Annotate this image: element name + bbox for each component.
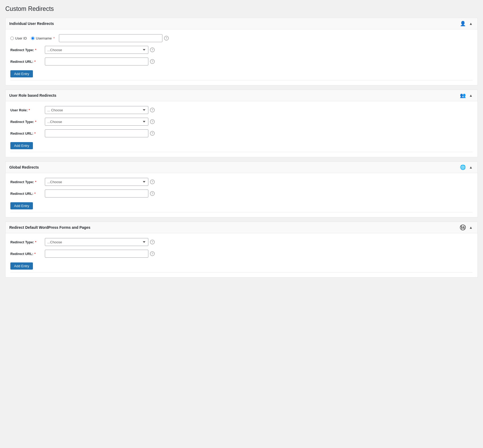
user-role-label: User Role: *: [10, 108, 45, 112]
panel-collapse-button-1[interactable]: ▲: [468, 21, 474, 26]
individual-user-panel: Individual User Redirects 👤 ▲ User ID Us…: [5, 18, 478, 85]
username-required-marker: *: [53, 36, 55, 40]
redirect-type-required-1: *: [35, 48, 36, 52]
user-role-panel: User Role based Redirects 👥 ▲ User Role:…: [5, 90, 478, 157]
redirect-url-label-4: Redirect URL: *: [10, 252, 45, 256]
panel-divider-3: [10, 212, 473, 212]
wp-forms-panel-title: Redirect Default WordPress Forms and Pag…: [9, 225, 90, 230]
user-id-radio-label[interactable]: User ID: [10, 36, 27, 40]
redirect-url-control-2: ?: [45, 129, 155, 137]
redirect-url-input-3[interactable]: [45, 190, 148, 197]
redirect-type-label-3: Redirect Type: *: [10, 180, 45, 184]
username-radio-label[interactable]: Username *: [31, 36, 55, 40]
redirect-type-select-2[interactable]: ...Choose: [45, 118, 148, 126]
panel-header-right-3: 🌐 ▲: [460, 164, 474, 170]
redirect-type-label-1: Redirect Type: *: [10, 48, 45, 52]
redirect-url-label-1: Redirect URL: *: [10, 60, 45, 64]
person-icon: 👤: [460, 21, 466, 27]
redirect-url-row-3: Redirect URL: * ?: [10, 190, 473, 197]
individual-user-panel-body: User ID Username * ? Redirect Type: * ..…: [6, 29, 477, 85]
panel-header-right-2: 👥 ▲: [460, 93, 474, 98]
redirect-type-required-3: *: [35, 180, 36, 184]
group-icon: 👥: [460, 93, 466, 98]
redirect-type-help-icon-4[interactable]: ?: [150, 240, 155, 244]
redirect-url-control-3: ?: [45, 190, 155, 197]
user-role-required: *: [29, 108, 30, 112]
username-input[interactable]: [59, 34, 162, 42]
username-input-wrap: ?: [59, 34, 169, 42]
redirect-type-control-4: ...Choose ?: [45, 238, 155, 246]
redirect-type-control-1: ...Choose ?: [45, 46, 155, 54]
redirect-url-input-4[interactable]: [45, 250, 148, 258]
panel-collapse-button-2[interactable]: ▲: [468, 93, 474, 98]
global-redirects-panel: Global Redirects 🌐 ▲ Redirect Type: * ..…: [5, 161, 478, 217]
user-identifier-radio-group: User ID Username * ?: [10, 34, 473, 42]
wp-forms-panel-header: Redirect Default WordPress Forms and Pag…: [6, 222, 477, 233]
redirect-url-row-1: Redirect URL: * ?: [10, 58, 473, 65]
redirect-url-input-1[interactable]: [45, 58, 148, 65]
redirect-url-required-4: *: [34, 252, 36, 256]
add-entry-button-1[interactable]: Add Entry: [10, 70, 33, 77]
add-entry-button-4[interactable]: Add Entry: [10, 262, 33, 270]
panel-header-right-4: W ▲: [460, 225, 474, 230]
username-help-icon[interactable]: ?: [164, 36, 169, 41]
panel-collapse-button-3[interactable]: ▲: [468, 165, 474, 170]
panel-header-right-1: 👤 ▲: [460, 21, 474, 27]
redirect-type-row-1: Redirect Type: * ...Choose ?: [10, 46, 473, 54]
redirect-url-row-2: Redirect URL: * ?: [10, 129, 473, 137]
redirect-type-select-3[interactable]: ...Choose: [45, 178, 148, 186]
globe-icon: 🌐: [460, 164, 466, 170]
global-redirects-panel-title: Global Redirects: [9, 165, 39, 169]
page-title: Custom Redirects: [5, 5, 478, 12]
add-entry-button-3[interactable]: Add Entry: [10, 202, 33, 209]
redirect-url-input-2[interactable]: [45, 129, 148, 137]
panel-divider-2: [10, 152, 473, 152]
redirect-url-help-icon-4[interactable]: ?: [150, 251, 155, 256]
wordpress-icon: W: [460, 225, 466, 230]
username-label: Username: [36, 36, 52, 40]
redirect-url-required-2: *: [34, 131, 36, 135]
global-redirects-panel-header: Global Redirects 🌐 ▲: [6, 162, 477, 173]
user-role-panel-body: User Role: * ... Choose ? Redirect Type:…: [6, 101, 477, 157]
redirect-type-select-4[interactable]: ...Choose: [45, 238, 148, 246]
user-id-label: User ID: [15, 36, 27, 40]
user-role-select[interactable]: ... Choose: [45, 106, 148, 114]
add-entry-button-2[interactable]: Add Entry: [10, 142, 33, 149]
redirect-type-row-4: Redirect Type: * ...Choose ?: [10, 238, 473, 246]
redirect-type-row-3: Redirect Type: * ...Choose ?: [10, 178, 473, 186]
redirect-type-help-icon-1[interactable]: ?: [150, 47, 155, 52]
redirect-type-help-icon-2[interactable]: ?: [150, 119, 155, 124]
redirect-type-control-2: ...Choose ?: [45, 118, 155, 126]
redirect-url-control-4: ?: [45, 250, 155, 258]
individual-user-panel-header: Individual User Redirects 👤 ▲: [6, 18, 477, 29]
individual-user-panel-title: Individual User Redirects: [9, 21, 54, 26]
redirect-type-required-4: *: [35, 240, 36, 244]
redirect-type-row-2: Redirect Type: * ...Choose ?: [10, 118, 473, 126]
panel-divider-1: [10, 80, 473, 80]
redirect-url-help-icon-3[interactable]: ?: [150, 191, 155, 196]
wp-forms-panel-body: Redirect Type: * ...Choose ? Redirect UR…: [6, 233, 477, 277]
redirect-type-label-4: Redirect Type: *: [10, 240, 45, 244]
redirect-type-help-icon-3[interactable]: ?: [150, 179, 155, 184]
redirect-type-control-3: ...Choose ?: [45, 178, 155, 186]
redirect-url-row-4: Redirect URL: * ?: [10, 250, 473, 258]
panel-collapse-button-4[interactable]: ▲: [468, 225, 474, 230]
redirect-type-required-2: *: [35, 120, 36, 124]
user-role-control: ... Choose ?: [45, 106, 155, 114]
redirect-type-label-2: Redirect Type: *: [10, 120, 45, 124]
user-role-help-icon[interactable]: ?: [150, 108, 155, 112]
global-redirects-panel-body: Redirect Type: * ...Choose ? Redirect UR…: [6, 173, 477, 217]
redirect-url-required-1: *: [34, 60, 36, 64]
username-radio[interactable]: [31, 37, 34, 40]
redirect-url-control-1: ?: [45, 58, 155, 65]
user-role-panel-title: User Role based Redirects: [9, 93, 56, 98]
redirect-url-help-icon-2[interactable]: ?: [150, 131, 155, 136]
user-role-panel-header: User Role based Redirects 👥 ▲: [6, 90, 477, 101]
panel-divider-4: [10, 272, 473, 273]
user-role-row: User Role: * ... Choose ?: [10, 106, 473, 114]
wp-forms-panel: Redirect Default WordPress Forms and Pag…: [5, 222, 478, 278]
user-id-radio[interactable]: [10, 37, 14, 40]
redirect-url-required-3: *: [34, 192, 36, 196]
redirect-url-help-icon-1[interactable]: ?: [150, 59, 155, 64]
redirect-type-select-1[interactable]: ...Choose: [45, 46, 148, 54]
